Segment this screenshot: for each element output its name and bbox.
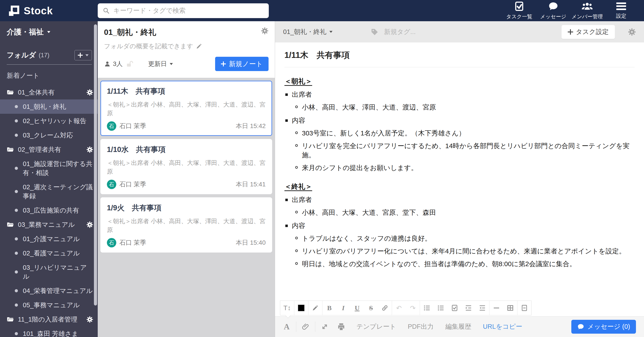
note-card-0109[interactable]: 1/9火 共有事項 ＜朝礼＞出席者 小林、高田、大塚、澤田、大道、渡辺、宮原 内…: [100, 197, 272, 253]
note-settings-gear-icon[interactable]: [628, 28, 636, 36]
tag-input-wrap: [370, 28, 478, 36]
sidebar-note-eiyou[interactable]: 04_栄養管理マニュアル: [0, 284, 98, 298]
square-bullet-icon: [285, 119, 288, 122]
editor-toolbar: T↕ B I U S ↶ ↷: [280, 301, 532, 315]
list-item: 明日は、地域との交流イベントなので、担当者は準備のため、朝8:00に第2会議室に…: [284, 260, 634, 269]
note-cards: 1/11木 共有事項 ＜朝礼＞出席者 小林、高田、大塚、澤田、大道、渡辺、宮原 …: [98, 78, 275, 259]
sidebar-item-new-notes[interactable]: 新着ノート: [0, 65, 98, 85]
list-item: 小林、高田、大塚、大道、宮原、堂下、森田: [284, 208, 634, 217]
folder-open-icon: [7, 316, 14, 323]
font-style-button[interactable]: A: [280, 322, 293, 332]
list-item: 来月のシフトの提出をお願いします。: [284, 163, 634, 173]
search-input[interactable]: [113, 7, 264, 14]
strikethrough-icon[interactable]: S: [364, 301, 378, 315]
numbered-list-icon[interactable]: [434, 301, 448, 315]
note-card-0111[interactable]: 1/11木 共有事項 ＜朝礼＞出席者 小林、高田、大塚、澤田、大道、渡辺、宮原 …: [100, 81, 272, 136]
square-bullet-icon: [285, 93, 288, 96]
plus-icon: [568, 29, 573, 35]
folder-gear-icon[interactable]: [86, 146, 93, 153]
sidebar-folder-11[interactable]: 11_1階の入居者管理: [0, 312, 98, 327]
nav-settings[interactable]: 設定: [604, 2, 638, 19]
note-editor-body[interactable]: 1/11木 共有事項 ＜朝礼＞ 出席者 小林、高田、大塚、澤田、大道、渡辺、宮原…: [275, 42, 644, 300]
nav-messages[interactable]: メッセージ: [536, 1, 570, 20]
new-tag-input[interactable]: [384, 28, 478, 35]
chevron-down-icon: [170, 63, 173, 65]
sidebar-folder-02[interactable]: 02_管理者共有: [0, 142, 98, 157]
indent-icon[interactable]: [462, 301, 476, 315]
underline-icon[interactable]: U: [350, 301, 364, 315]
folder-gear-icon[interactable]: [86, 221, 93, 228]
folder-gear-icon[interactable]: [86, 89, 93, 96]
sidebar-note-weekly[interactable]: 02_週次ミーティング議事録: [0, 180, 98, 203]
team-selector[interactable]: 介護・福祉: [0, 27, 98, 37]
message-button[interactable]: メッセージ (0): [571, 320, 636, 334]
copy-url-link[interactable]: URLをコピー: [483, 322, 522, 331]
collapse-block-icon[interactable]: [518, 301, 531, 315]
note-author: 石口 茉季: [120, 180, 146, 189]
folder-settings-gear-icon[interactable]: [261, 27, 268, 35]
folder-gear-icon[interactable]: [86, 316, 93, 323]
horizontal-rule-icon[interactable]: [490, 301, 503, 315]
sidebar-note-kango[interactable]: 02_看護マニュアル: [0, 246, 98, 260]
app-logo[interactable]: Stock: [0, 5, 98, 17]
note-folder-select[interactable]: 01_朝礼・終礼: [283, 27, 332, 36]
italic-icon[interactable]: I: [336, 301, 350, 315]
avatar: 石: [107, 180, 116, 189]
avatar: 石: [107, 238, 116, 247]
note-title: 1/11木 共有事項: [284, 50, 634, 67]
editor-toolbar-strip: T↕ B I U S ↶ ↷: [275, 300, 644, 316]
sidebar-note-rihabiri[interactable]: 03_リハビリマニュアル: [0, 260, 98, 284]
text-size-icon[interactable]: T↕: [280, 301, 294, 315]
square-bullet-icon: [285, 225, 288, 227]
add-folder-button[interactable]: [74, 50, 92, 60]
bold-icon[interactable]: B: [322, 301, 336, 315]
folder-description[interactable]: フォルダの概要を記載できます: [104, 42, 268, 50]
note-dot-icon: [15, 105, 18, 108]
attach-file-button[interactable]: [300, 323, 312, 331]
sidebar-scrollbar[interactable]: [94, 24, 97, 306]
note-dot-icon: [15, 237, 18, 241]
print-button[interactable]: [335, 323, 348, 331]
outdent-icon[interactable]: [476, 301, 489, 315]
sidebar-note-hiyari[interactable]: 02_ヒヤリハット報告: [0, 114, 98, 128]
app-logo-text: Stock: [24, 5, 53, 17]
sidebar-note-ad[interactable]: 03_広告施策の共有: [0, 203, 98, 217]
task-settings-button[interactable]: タスク設定: [562, 25, 615, 39]
plus-icon: [221, 61, 226, 66]
note-list-panel: 01_朝礼・終礼 フォルダの概要を記載できます 3人 更新日 新規ノート: [98, 21, 275, 337]
sidebar-note-kaigo[interactable]: 01_介護マニュアル: [0, 232, 98, 246]
sidebar-note-chourei[interactable]: 01_朝礼・終礼: [0, 99, 98, 114]
note-updated-time: 本日 15:42: [236, 122, 266, 130]
redo-icon[interactable]: ↷: [406, 301, 420, 315]
topnav: タスク一覧 メッセージ メンバー管理 設定: [502, 1, 644, 20]
sidebar-note-shisetsu[interactable]: 01_施設運営に関する共有・相談: [0, 157, 98, 180]
paperclip-icon: [302, 323, 310, 331]
global-search[interactable]: [98, 3, 269, 18]
nav-members[interactable]: メンバー管理: [570, 1, 604, 20]
circle-bullet-icon: [295, 166, 298, 169]
list-item: 内容: [284, 221, 634, 230]
new-note-button[interactable]: 新規ノート: [215, 57, 268, 71]
bullet-list-icon[interactable]: [420, 301, 434, 315]
tag-icon: [370, 28, 378, 36]
text-color-icon[interactable]: [294, 301, 308, 315]
sidebar-folder-03[interactable]: 03_業務マニュアル: [0, 217, 98, 232]
highlighter-icon[interactable]: [308, 301, 322, 315]
plus-icon: [78, 53, 83, 58]
nav-tasks[interactable]: タスク一覧: [502, 1, 536, 20]
sidebar-note-jimu[interactable]: 05_事務マニュアル: [0, 298, 98, 312]
edit-history-link[interactable]: 編集履歴: [445, 322, 471, 331]
sidebar-folder-01[interactable]: 01_全体共有: [0, 85, 98, 99]
undo-icon[interactable]: ↶: [392, 301, 406, 315]
members-count[interactable]: 3人: [113, 60, 123, 68]
sidebar-note-claim[interactable]: 03_クレーム対応: [0, 128, 98, 142]
pdf-export-link[interactable]: PDF出力: [408, 322, 434, 331]
table-icon[interactable]: [503, 301, 517, 315]
fullscreen-button[interactable]: [318, 323, 331, 331]
sort-selector[interactable]: 更新日: [148, 60, 173, 68]
template-link[interactable]: テンプレート: [356, 322, 396, 331]
note-card-0110[interactable]: 1/10水 共有事項 ＜朝礼＞出席者 小林、高田、大塚、澤田、大道、渡辺、宮原 …: [100, 139, 272, 194]
checkbox-icon[interactable]: [448, 301, 462, 315]
sidebar-note-101[interactable]: 101_森田 芳雄さま: [0, 327, 98, 337]
link-icon[interactable]: [378, 301, 392, 315]
